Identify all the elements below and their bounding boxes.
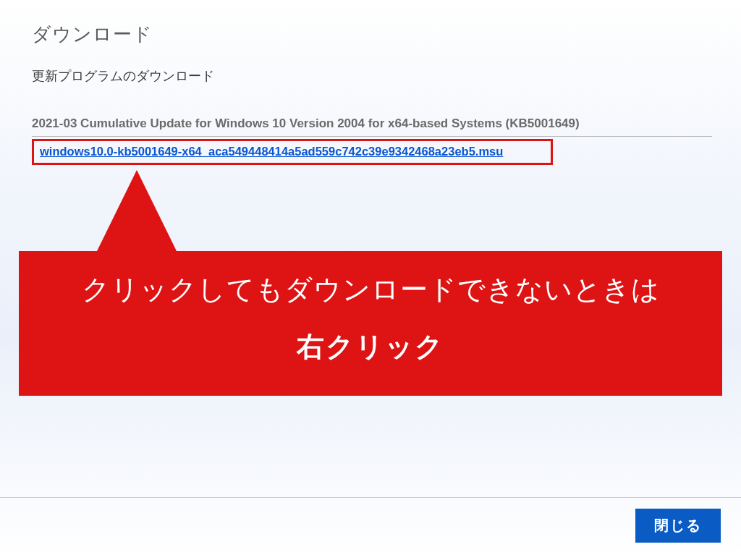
callout-box: クリックしてもダウンロードできないときは 右クリック	[19, 251, 722, 396]
main-content: ダウンロード 更新プログラムのダウンロード 2021-03 Cumulative…	[0, 0, 741, 165]
callout-text-line2: 右クリック	[33, 328, 708, 365]
highlight-box: windows10.0-kb5001649-x64_aca549448414a5…	[32, 139, 553, 165]
update-name-heading: 2021-03 Cumulative Update for Windows 10…	[32, 116, 712, 137]
page-title: ダウンロード	[32, 22, 712, 47]
callout-text-line1: クリックしてもダウンロードできないときは	[33, 271, 708, 308]
page-subtitle: 更新プログラムのダウンロード	[32, 67, 712, 85]
annotation-callout: クリックしてもダウンロードできないときは 右クリック	[19, 170, 722, 396]
callout-pointer-triangle	[97, 170, 177, 251]
close-button[interactable]: 閉じる	[635, 509, 721, 543]
footer-divider	[0, 497, 741, 498]
download-file-link[interactable]: windows10.0-kb5001649-x64_aca549448414a5…	[40, 145, 503, 158]
